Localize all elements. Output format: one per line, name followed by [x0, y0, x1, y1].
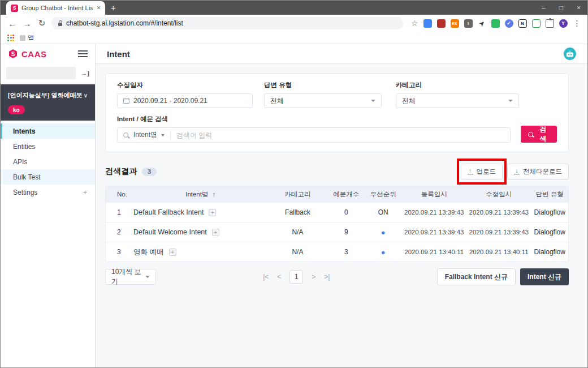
address-bar[interactable]: chatbot-stg.ai.lgstation.com/#/intent/li… — [51, 17, 403, 29]
search-input[interactable] — [176, 131, 504, 139]
first-page-icon[interactable]: |< — [263, 273, 269, 281]
content: 수정일자 2020.09.21 - 2020.09.21 답변 유형 전체 — [96, 64, 587, 367]
search-icon — [123, 132, 128, 138]
expand-intent-icon[interactable]: + — [169, 249, 176, 256]
new-fallback-intent-button[interactable]: Fallback Intent 신규 — [437, 268, 516, 285]
cell-no: 1 — [106, 208, 133, 216]
cell-answer-type: Dialogflow — [531, 248, 568, 256]
ext-ex-icon[interactable]: EX — [451, 19, 459, 28]
cell-examples: 9 — [328, 228, 365, 236]
divider — [170, 131, 171, 139]
bookmark-label: 앱 — [28, 33, 34, 42]
cell-examples: 0 — [328, 208, 365, 216]
sidebar-item-label: Settings — [13, 189, 37, 196]
caas-logo-text: CAAS — [21, 49, 47, 59]
page-size-select[interactable]: 10개씩 보기 — [105, 269, 156, 285]
expand-intent-icon[interactable]: + — [209, 209, 216, 216]
collapse-sidebar-icon[interactable]: →] — [81, 70, 89, 76]
ext-red-book-icon[interactable] — [437, 19, 446, 28]
caret-down-icon — [371, 100, 375, 102]
answer-type-label: 답변 유형 — [264, 81, 382, 89]
reload-icon[interactable]: ↻ — [34, 18, 49, 28]
caret-down-icon — [145, 276, 150, 278]
bookmark-star-icon[interactable]: ☆ — [411, 19, 418, 28]
answer-type-select[interactable]: 전체 — [264, 93, 382, 108]
profile-avatar[interactable]: Y — [559, 19, 568, 28]
url-text: chatbot-stg.ai.lgstation.com/#/intent/li… — [66, 19, 183, 27]
date-range-input[interactable]: 2020.09.21 - 2020.09.21 — [117, 93, 253, 108]
sidebar-item-entities[interactable]: Entities — [1, 139, 95, 154]
expand-plus-icon[interactable]: + — [83, 189, 87, 196]
extensions-puzzle-icon[interactable] — [546, 19, 554, 28]
sidebar-item-bulk-test[interactable]: Bulk Test — [1, 169, 95, 185]
search-field-type[interactable]: Intent명 — [133, 130, 157, 140]
sidebar-item-settings[interactable]: Settings + — [1, 185, 95, 200]
browser-navbar: ← → ↻ chatbot-stg.ai.lgstation.com/#/int… — [1, 15, 587, 32]
col-no: No. — [106, 191, 133, 198]
sidebar-item-apis[interactable]: APIs — [1, 154, 95, 169]
window-maximize-icon[interactable]: □ — [559, 4, 563, 12]
new-tab-button[interactable]: + — [111, 3, 116, 12]
search-button[interactable]: 검색 — [521, 126, 557, 143]
table-row[interactable]: 1 Default Fallback Intent + Fallback 0 O… — [106, 202, 568, 222]
chevron-down-icon[interactable]: ∨ — [84, 92, 88, 99]
date-range-value: 2020.09.21 - 2020.09.21 — [133, 97, 207, 105]
browser-window: S Group Chatbot - Intent List × + – □ × … — [0, 0, 588, 368]
pagination: |< < 1 > >| — [263, 270, 330, 284]
upload-button-label: 업로드 — [477, 168, 496, 176]
col-created: 등록일시 — [402, 190, 467, 199]
bot-selector-panel[interactable]: [언어지능실무] 영화예매봇 ∨ ko — [1, 84, 95, 121]
sidebar-collapse-row: →] — [6, 66, 89, 80]
col-modified: 수정일시 — [466, 190, 531, 199]
intent-name-link[interactable]: Default Fallback Intent — [133, 208, 204, 216]
prev-page-icon[interactable]: < — [277, 273, 281, 281]
chatbot-avatar-icon[interactable] — [564, 48, 576, 60]
sidebar-search-box[interactable] — [6, 67, 76, 79]
priority-dot-icon: ● — [365, 228, 401, 237]
back-icon[interactable]: ← — [5, 19, 20, 28]
category-select[interactable]: 전체 — [396, 93, 519, 108]
ext-translate-icon[interactable] — [423, 19, 432, 28]
table-row[interactable]: 2 Default Welcome Intent + N/A 9 ● 2020.… — [106, 222, 568, 242]
expand-intent-icon[interactable]: + — [212, 229, 219, 236]
ext-evernote-icon[interactable] — [491, 19, 500, 28]
forward-icon[interactable]: → — [20, 19, 34, 28]
sidebar-item-intents[interactable]: Intents — [1, 123, 95, 139]
category-value: 전체 — [402, 96, 416, 106]
col-intent[interactable]: Intent명 ↑ — [133, 190, 267, 199]
caas-logo-icon: S — [8, 49, 18, 59]
ext-i-icon[interactable]: I — [464, 19, 473, 28]
filter-card: 수정일자 2020.09.21 - 2020.09.21 답변 유형 전체 — [105, 73, 569, 152]
current-page[interactable]: 1 — [289, 270, 303, 284]
window-close-icon[interactable]: × — [577, 4, 581, 12]
bookmark-apps[interactable]: 앱 — [20, 33, 34, 42]
ext-rocket-icon[interactable]: ➤ — [475, 17, 487, 29]
ext-notion-icon[interactable]: N — [518, 19, 527, 28]
next-page-icon[interactable]: > — [312, 273, 315, 281]
browser-tab[interactable]: S Group Chatbot - Intent List × — [6, 1, 105, 15]
last-page-icon[interactable]: >| — [324, 273, 330, 281]
new-intent-button[interactable]: Intent 신규 — [520, 268, 569, 285]
main-area: Intent 수정일자 — [96, 44, 587, 367]
search-filter-label: Intent / 예문 검색 — [117, 115, 511, 123]
download-all-button[interactable]: ↓ 전체다운로드 — [507, 164, 569, 179]
apps-grid-icon[interactable] — [7, 35, 14, 41]
window-minimize-icon[interactable]: – — [542, 4, 546, 12]
cell-created: 2020.09.21 13:40:11 — [402, 249, 467, 255]
caret-down-icon[interactable] — [161, 134, 165, 136]
browser-menu-icon[interactable]: ⋮ — [573, 19, 582, 28]
category-label: 카테고리 — [396, 81, 519, 89]
hamburger-menu-icon[interactable] — [78, 53, 88, 54]
bookmark-favicon — [20, 35, 25, 41]
sort-asc-icon[interactable]: ↑ — [213, 191, 216, 198]
intent-name-link[interactable]: 영화 예매 — [133, 247, 163, 257]
tab-close-icon[interactable]: × — [97, 4, 101, 12]
ext-check-icon[interactable]: ✓ — [505, 19, 513, 28]
intent-name-link[interactable]: Default Welcome Intent — [133, 228, 207, 236]
upload-button[interactable]: ↑ 업로드 — [461, 164, 503, 179]
ext-capture-icon[interactable] — [532, 19, 541, 28]
bot-name: [언어지능실무] 영화예매봇 — [8, 91, 82, 100]
table-row[interactable]: 3 영화 예매 + N/A 3 ● 2020.09.21 13:40:11 20… — [106, 242, 568, 262]
cell-category: N/A — [267, 248, 327, 256]
table-header-row: No. Intent명 ↑ 카테고리 예문개수 우선순위 등록일시 수정일시 답… — [106, 186, 568, 202]
